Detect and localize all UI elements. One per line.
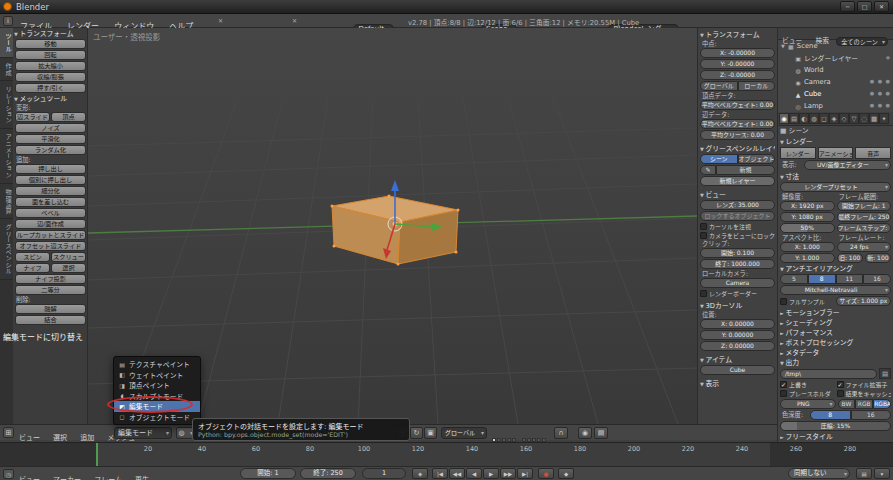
timeline-marker-menu[interactable]: マーカー — [49, 474, 85, 480]
cache-result-row[interactable]: 結果をキャッシュ — [837, 389, 892, 398]
subdivide-button[interactable]: 細分化 — [15, 186, 86, 196]
channel-bw[interactable]: BW — [838, 399, 856, 409]
render-presets-dropdown[interactable]: レンダープリセット — [780, 182, 891, 192]
cursor-y-field[interactable]: Y: 0.00000 — [700, 330, 775, 340]
gpencil-new-button[interactable]: 新規 — [716, 165, 775, 175]
popup-weight-paint[interactable]: ◧ウェイトペイント — [114, 370, 200, 381]
keying-set-icon[interactable]: ◆ — [558, 468, 574, 479]
full-sample-checkbox[interactable] — [780, 298, 787, 305]
timeline-view-menu[interactable]: ビュー — [15, 474, 44, 480]
clip-end-field[interactable]: 終了: 1000.000 — [700, 259, 775, 269]
scene-close-icon[interactable]: ✕ — [292, 17, 297, 24]
translate-button[interactable]: 移動 — [15, 39, 86, 49]
animation-button[interactable]: アニメーション — [818, 147, 854, 159]
file-browse-icon[interactable]: ▤ — [879, 368, 891, 379]
timeline-ruler[interactable]: 20 40 60 80 100 120 140 160 180 200 220 … — [0, 442, 893, 466]
overwrite-checkbox[interactable] — [780, 381, 787, 388]
restrict-toggles[interactable]: ● ● ● — [870, 90, 891, 96]
frame-end-field[interactable]: 最終フレーム: 250 — [837, 212, 892, 222]
depth-8[interactable]: 8 — [810, 410, 851, 420]
snap-magnet-icon[interactable]: ∩ — [554, 427, 568, 439]
merge-button[interactable]: 結合 — [15, 315, 86, 325]
lock-to-cursor-row[interactable]: カーソルを注視 — [700, 222, 775, 231]
opengl-render-icon[interactable]: ◉ — [578, 427, 592, 439]
lock-camera-row[interactable]: カメラをビューにロック — [700, 231, 775, 240]
time-remap-new-field[interactable]: 新: 100 — [865, 253, 891, 263]
fps-dropdown[interactable]: 24 fps — [837, 242, 892, 252]
current-frame-indicator[interactable] — [96, 443, 98, 466]
tab-texture[interactable]: ▩ — [869, 113, 879, 124]
lock-to-object-field[interactable]: ロックするオブジェクト — [700, 211, 775, 221]
opengl-render-anim-icon[interactable]: ▤ — [594, 427, 608, 439]
scale-button[interactable]: 拡大縮小 — [15, 61, 86, 71]
freestyle-panel-header[interactable]: フリースタイル — [780, 432, 891, 442]
offset-edge-slide-button[interactable]: オフセット辺スライド — [15, 241, 86, 251]
aa-samples-11[interactable]: 11 — [836, 274, 864, 284]
outliner-label[interactable]: Cube — [804, 90, 822, 98]
manipulator-rotate-icon[interactable]: ↻ — [410, 427, 423, 439]
channel-rgb[interactable]: RGB — [855, 399, 873, 409]
tab-tools[interactable]: ツール — [0, 28, 13, 58]
orientation-dropdown[interactable]: グローバル — [441, 427, 487, 439]
resolution-percentage-slider[interactable]: 50% — [780, 223, 835, 233]
local-toggle[interactable]: ローカル — [738, 81, 776, 91]
performance-panel-header[interactable]: パフォーマンス — [780, 328, 891, 338]
sync-dropdown[interactable]: 同期しない — [788, 468, 850, 479]
median-z-field[interactable]: Z: -0.00000 — [700, 70, 775, 80]
knife-project-button[interactable]: ナイフ投影 — [15, 274, 86, 284]
make-edge-face-button[interactable]: 辺/面作成 — [15, 219, 86, 229]
render-panel-header[interactable]: レンダー — [780, 137, 891, 147]
outliner-label[interactable]: Camera — [804, 78, 831, 86]
tab-render-layers[interactable]: ▤ — [789, 113, 799, 124]
mean-bevel-weight-edge-field[interactable]: 平均ベベルウェイト: 0.00 — [700, 119, 775, 129]
info-editor-icon[interactable]: i — [3, 16, 13, 26]
screen-layout-close-icon[interactable]: ✕ — [218, 17, 223, 24]
render-button[interactable]: レンダー — [780, 147, 816, 159]
output-path-field[interactable]: /tmp\ — [780, 369, 877, 379]
file-extensions-row[interactable]: ファイル拡張子 — [837, 380, 892, 389]
frame-start-field[interactable]: 開始フレーム: 1 — [837, 201, 892, 211]
placeholders-row[interactable]: プレースホルダ — [780, 389, 835, 398]
depth-16[interactable]: 16 — [851, 410, 892, 420]
lock-camera-checkbox[interactable] — [700, 232, 707, 239]
bisect-button[interactable]: 二等分 — [15, 285, 86, 295]
compression-slider[interactable]: 圧縮: 15% — [780, 421, 891, 431]
render-border-row[interactable]: レンダーボーダー — [700, 289, 775, 298]
audio-button[interactable]: 音声 — [855, 147, 891, 159]
tab-world[interactable]: ◍ — [809, 113, 819, 124]
shading-panel-header[interactable]: シェーディング — [780, 318, 891, 328]
expand-icon[interactable]: ▼ — [781, 43, 785, 49]
lens-field[interactable]: レンズ: 35.000 — [700, 200, 775, 210]
outliner-row-lamp[interactable]: ◎ Lamp ● ● ● — [778, 100, 893, 112]
noise-button[interactable]: ノイズ — [15, 123, 86, 133]
push-pull-button[interactable]: 押す/引く — [15, 83, 86, 93]
render-border-checkbox[interactable] — [700, 290, 707, 297]
knife-button[interactable]: ナイフ — [15, 263, 50, 273]
global-toggle[interactable]: グローバル — [700, 81, 738, 91]
rotate-button[interactable]: 回転 — [15, 50, 86, 60]
record-button[interactable]: ● — [538, 468, 554, 479]
prev-keyframe-button[interactable]: ◀◀ — [449, 468, 465, 479]
npanel-display-header[interactable]: 表示 — [700, 379, 775, 389]
tab-create[interactable]: 作成 — [0, 58, 13, 81]
play-reverse-button[interactable]: ◀ — [466, 468, 482, 479]
outliner-label[interactable]: Scene — [797, 42, 818, 50]
extrude-individual-button[interactable]: 個別に押し出し — [15, 175, 86, 185]
knife-select-button[interactable]: 選択 — [51, 263, 86, 273]
tab-object[interactable]: ◻ — [819, 113, 829, 124]
tab-constraints[interactable]: ◈ — [829, 113, 839, 124]
next-keyframe-button[interactable]: ▶▶ — [500, 468, 516, 479]
tab-animation[interactable]: アニメーション — [0, 129, 13, 183]
jump-to-end-button[interactable]: ▶| — [517, 468, 533, 479]
spin-button[interactable]: スピン — [15, 252, 50, 262]
timeline-extra-icon-2[interactable]: ▾ — [874, 468, 890, 479]
manipulator-scale-icon[interactable]: ▣ — [424, 427, 437, 439]
aspect-y-field[interactable]: Y: 1.000 — [780, 253, 835, 263]
render-display-dropdown[interactable]: UV/画像エディター — [804, 160, 891, 170]
npanel-item-header[interactable]: アイテム — [700, 355, 775, 365]
smooth-button[interactable]: 平滑化 — [15, 134, 86, 144]
minimize-button[interactable]: ─ — [840, 1, 855, 12]
panel-meshtools-header[interactable]: メッシュツール — [14, 94, 87, 104]
aa-samples-8[interactable]: 8 — [808, 274, 836, 284]
jump-to-start-button[interactable]: |◀ — [432, 468, 448, 479]
